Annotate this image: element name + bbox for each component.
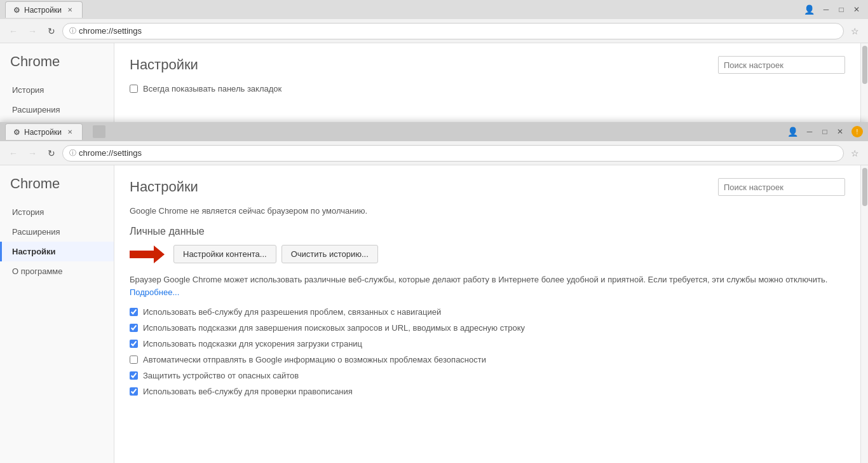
checkbox-4[interactable] — [130, 371, 138, 380]
default-browser-notice: Google Chrome не является сейчас браузер… — [130, 206, 845, 216]
checkbox-label-1: Использовать подсказки для завершения по… — [143, 323, 525, 333]
bottom-refresh-btn[interactable]: ↻ — [43, 145, 60, 162]
bottom-sidebar-extensions[interactable]: Расширения — [0, 222, 114, 242]
top-maximize-btn[interactable]: □ — [835, 3, 848, 16]
checkbox-3[interactable] — [130, 356, 138, 364]
checkbox-label-0: Использовать веб-службу для разрешения п… — [143, 307, 441, 317]
content-settings-btn[interactable]: Настройки контента... — [173, 245, 276, 263]
top-minimize-btn[interactable]: ─ — [820, 3, 832, 16]
checkbox-label-2: Использовать подсказки для ускорения заг… — [143, 339, 362, 349]
bottom-lock-icon: ⓘ — [69, 148, 76, 158]
top-forward-btn[interactable]: → — [24, 23, 41, 39]
top-tab-label: Настройки — [24, 6, 62, 15]
bottom-maximize-btn[interactable]: □ — [818, 125, 831, 138]
top-page-title: Настройки — [130, 57, 718, 73]
bottom-close-btn[interactable]: ✕ — [834, 125, 846, 138]
top-sidebar-extensions[interactable]: Расширения — [0, 100, 114, 120]
bottom-forward-btn[interactable]: → — [24, 145, 41, 162]
bottom-address-bar[interactable]: ⓘ chrome://settings — [62, 145, 844, 162]
description-text: Браузер Google Chrome может использовать… — [130, 273, 845, 298]
top-close-btn[interactable]: ✕ — [850, 3, 863, 16]
top-sidebar-brand: Chrome — [0, 53, 114, 80]
checkbox-label-3: Автоматически отправлять в Google информ… — [143, 355, 486, 364]
orange-indicator: ! — [851, 126, 863, 137]
bottom-settings-gear-icon: ⚙ — [13, 128, 20, 137]
top-address-bar[interactable]: ⓘ chrome://settings — [62, 23, 844, 39]
bottom-page-title: Настройки — [130, 179, 718, 195]
settings-gear-icon: ⚙ — [13, 6, 20, 15]
top-back-btn[interactable]: ← — [5, 23, 22, 39]
checkbox-row-5: Использовать веб-службу для проверки пра… — [130, 387, 845, 396]
bottom-star-btn[interactable]: ☆ — [846, 145, 863, 162]
checkbox-row-0: Использовать веб-службу для разрешения п… — [130, 307, 845, 317]
checkbox-row-2: Использовать подсказки для ускорения заг… — [130, 339, 845, 349]
top-refresh-btn[interactable]: ↻ — [43, 23, 60, 39]
personal-data-section-title: Личные данные — [130, 226, 845, 237]
bottom-sidebar-about[interactable]: О программе — [0, 261, 114, 281]
top-star-btn[interactable]: ☆ — [846, 23, 863, 39]
checkbox-5[interactable] — [130, 387, 138, 396]
top-sidebar-history[interactable]: История — [0, 80, 114, 100]
bottom-sidebar-settings[interactable]: Настройки — [0, 242, 114, 261]
clear-history-btn[interactable]: Очистить историю... — [281, 245, 378, 263]
bottom-back-btn[interactable]: ← — [5, 145, 22, 162]
checkbox-row-4: Защитить устройство от опасных сайтов — [130, 371, 845, 380]
checkbox-row-1: Использовать подсказки для завершения по… — [130, 323, 845, 333]
arrow-indicator — [130, 245, 165, 263]
bottom-url: chrome://settings — [79, 148, 142, 158]
bottom-search-input[interactable] — [718, 178, 845, 196]
new-tab-placeholder — [93, 3, 105, 16]
bottom-sidebar-brand: Chrome — [0, 176, 114, 202]
checkbox-label-4: Защитить устройство от опасных сайтов — [143, 371, 299, 380]
bottom-new-tab-placeholder — [93, 125, 105, 138]
top-url: chrome://settings — [79, 26, 142, 36]
top-tab-close[interactable]: ✕ — [65, 6, 74, 15]
checkbox-2[interactable] — [130, 340, 138, 348]
top-scrollbar-thumb[interactable] — [862, 46, 867, 84]
checkbox-1[interactable] — [130, 324, 138, 332]
bottom-scrollbar-thumb[interactable] — [862, 168, 867, 206]
bottom-sidebar-history[interactable]: История — [0, 202, 114, 222]
top-user-icon: 👤 — [804, 4, 815, 15]
top-bookmarks-bar-label: Всегда показывать панель закладок — [143, 84, 281, 93]
svg-marker-0 — [130, 245, 165, 263]
top-lock-icon: ⓘ — [69, 26, 76, 36]
bottom-tab-label: Настройки — [24, 128, 62, 137]
bottom-tab-close[interactable]: ✕ — [65, 128, 74, 137]
checkbox-row-3: Автоматически отправлять в Google информ… — [130, 355, 845, 364]
top-search-input[interactable] — [718, 56, 845, 74]
top-bookmarks-bar-checkbox[interactable] — [130, 85, 138, 93]
checkbox-label-5: Использовать веб-службу для проверки пра… — [143, 387, 353, 396]
bottom-user-icon: 👤 — [787, 127, 798, 137]
bottom-minimize-btn[interactable]: ─ — [803, 125, 816, 138]
checkbox-0[interactable] — [130, 308, 138, 316]
more-link[interactable]: Подробнее... — [130, 287, 179, 297]
